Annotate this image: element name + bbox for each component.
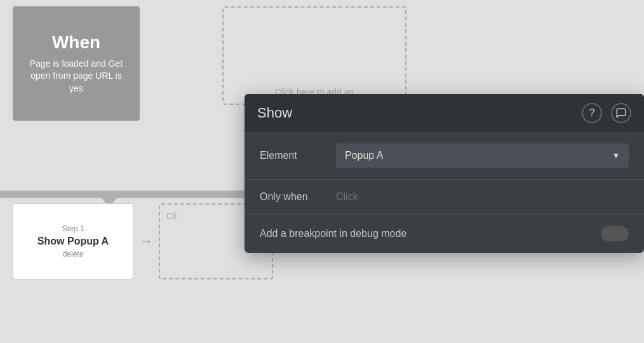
dropdown-arrow-icon: ▼	[612, 151, 620, 160]
element-dropdown-value: Popup A	[345, 150, 384, 161]
flow-arrow: →	[133, 233, 159, 250]
element-dropdown[interactable]: Popup A ▼	[336, 144, 629, 168]
only-when-input[interactable]	[336, 191, 629, 203]
panel-body: Element Popup A ▼ Only when Add a breakp…	[245, 132, 644, 253]
element-label: Element	[260, 150, 336, 161]
step-title: Show Popup A	[37, 236, 109, 247]
breakpoint-row: Add a breakpoint in debug mode	[245, 215, 644, 253]
panel-icons: ?	[582, 103, 631, 123]
panel-header: Show ?	[245, 94, 644, 132]
step-block: Step 1 Show Popup A delete	[13, 203, 133, 279]
element-row: Element Popup A ▼	[245, 132, 644, 180]
breakpoint-toggle[interactable]	[601, 226, 629, 241]
when-block: When Page is loaded and Get open from pa…	[13, 6, 140, 121]
help-icon[interactable]: ?	[582, 103, 602, 123]
dashed-box-bottom-label: Cli	[166, 211, 177, 221]
dashed-box-top[interactable]: Click here to add an	[222, 6, 406, 105]
when-block-description: Page is loaded and Get open from page UR…	[23, 58, 130, 95]
only-when-row: Only when	[245, 180, 644, 215]
bottom-row: Step 1 Show Popup A delete → Cli	[13, 203, 273, 279]
panel-title: Show	[257, 105, 292, 121]
only-when-label: Only when	[260, 191, 336, 203]
when-block-title: When	[52, 32, 100, 53]
gray-divider-bar	[0, 191, 248, 198]
breakpoint-label: Add a breakpoint in debug mode	[260, 228, 601, 239]
comment-icon[interactable]	[611, 103, 631, 123]
element-dropdown-wrapper: Popup A ▼	[336, 144, 629, 168]
show-panel: Show ? Element Popup A ▼ Only when	[245, 94, 644, 253]
step-delete-link[interactable]: delete	[63, 250, 84, 259]
step-label: Step 1	[62, 224, 84, 233]
